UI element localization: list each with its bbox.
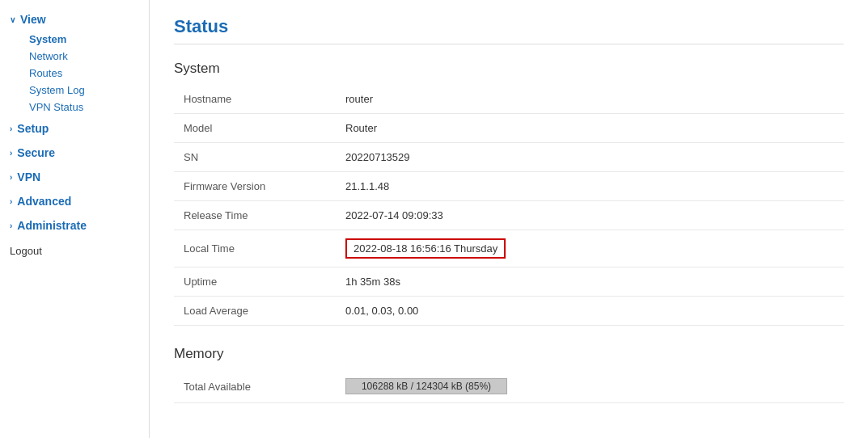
field-label: Hostname (174, 85, 336, 114)
field-label: Total Available (174, 370, 336, 403)
field-label: Local Time (174, 230, 336, 267)
table-row: Local Time2022-08-18 16:56:16 Thursday (174, 230, 844, 267)
field-label: Firmware Version (174, 172, 336, 201)
chevron-icon: › (10, 221, 12, 230)
table-row: Hostnamerouter (174, 85, 844, 114)
sidebar-header-advanced[interactable]: ›Advanced (0, 190, 149, 213)
field-value: 106288 kB / 124304 kB (85%) (336, 370, 844, 403)
table-row: SN20220713529 (174, 143, 844, 172)
sidebar-section-setup: ›Setup (0, 117, 149, 140)
system-section-title: System (174, 61, 844, 77)
logout-button[interactable]: Logout (0, 238, 149, 263)
sidebar-section-label: Secure (17, 146, 55, 159)
memory-section-title: Memory (174, 346, 844, 362)
sidebar-item-network[interactable]: Network (23, 48, 149, 65)
field-value: 20220713529 (336, 143, 844, 172)
sidebar-header-view[interactable]: ∨View (0, 8, 149, 31)
sidebar-section-advanced: ›Advanced (0, 190, 149, 213)
sidebar-section-label: Advanced (17, 195, 71, 208)
table-row: Firmware Version21.1.1.48 (174, 172, 844, 201)
sidebar-header-secure[interactable]: ›Secure (0, 141, 149, 164)
chevron-icon: › (10, 149, 12, 158)
field-value: 2022-07-14 09:09:33 (336, 201, 844, 230)
sidebar-sub-items: SystemNetworkRoutesSystem LogVPN Status (0, 31, 149, 116)
sidebar-section-view: ∨ViewSystemNetworkRoutesSystem LogVPN St… (0, 8, 149, 116)
field-value: 0.01, 0.03, 0.00 (336, 297, 844, 326)
sidebar-header-setup[interactable]: ›Setup (0, 117, 149, 140)
table-row: Total Available106288 kB / 124304 kB (85… (174, 370, 844, 403)
sidebar-section-secure: ›Secure (0, 141, 149, 164)
field-value: 21.1.1.48 (336, 172, 844, 201)
sidebar-section-label: Setup (17, 122, 49, 135)
field-label: Model (174, 114, 336, 143)
main-content: Status System HostnamerouterModelRouterS… (150, 0, 868, 438)
field-value: 2022-08-18 16:56:16 Thursday (336, 230, 844, 267)
table-row: ModelRouter (174, 114, 844, 143)
sidebar-section-administrate: ›Administrate (0, 214, 149, 237)
chevron-icon: ∨ (10, 15, 15, 24)
field-value: 1h 35m 38s (336, 267, 844, 297)
field-label: SN (174, 143, 336, 172)
chevron-icon: › (10, 197, 12, 206)
table-row: Release Time2022-07-14 09:09:33 (174, 201, 844, 230)
field-value: Router (336, 114, 844, 143)
table-row: Load Average0.01, 0.03, 0.00 (174, 297, 844, 326)
chevron-icon: › (10, 173, 12, 182)
chevron-icon: › (10, 124, 12, 133)
sidebar-section-label: View (20, 13, 46, 26)
sidebar-header-vpn[interactable]: ›VPN (0, 166, 149, 188)
sidebar-item-routes[interactable]: Routes (23, 65, 149, 82)
sidebar-item-vpn-status[interactable]: VPN Status (23, 99, 149, 116)
page-title: Status (174, 16, 844, 44)
table-row: Uptime1h 35m 38s (174, 267, 844, 297)
sidebar-section-vpn: ›VPN (0, 166, 149, 188)
system-info-table: HostnamerouterModelRouterSN20220713529Fi… (174, 85, 844, 326)
field-value: router (336, 85, 844, 114)
local-time-highlighted: 2022-08-18 16:56:16 Thursday (345, 238, 506, 259)
sidebar-section-label: VPN (17, 171, 40, 183)
sidebar-item-system-log[interactable]: System Log (23, 82, 149, 99)
sidebar-header-administrate[interactable]: ›Administrate (0, 214, 149, 237)
memory-info-table: Total Available106288 kB / 124304 kB (85… (174, 370, 844, 403)
field-label: Load Average (174, 297, 336, 326)
sidebar-section-label: Administrate (17, 219, 87, 232)
memory-bar: 106288 kB / 124304 kB (85%) (345, 378, 507, 394)
sidebar-item-system[interactable]: System (23, 31, 149, 48)
field-label: Release Time (174, 201, 336, 230)
field-label: Uptime (174, 267, 336, 297)
sidebar: ∨ViewSystemNetworkRoutesSystem LogVPN St… (0, 0, 150, 438)
